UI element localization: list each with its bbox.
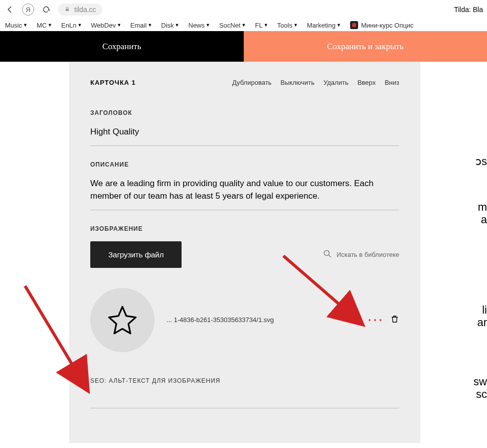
bookmark-marketing[interactable]: Marketing▼ [307,22,341,29]
side-fragment: a [481,213,487,226]
heading-input[interactable]: Hight Quality [90,125,399,146]
side-fragment: sw [473,375,487,388]
disable-link[interactable]: Выключить [280,79,314,86]
alt-text-input[interactable] [90,398,399,408]
bookmark-tools[interactable]: Tools▼ [277,22,298,29]
reload-button[interactable] [40,4,52,16]
browser-toolbar: Я tilda.cc Tilda: Bla [0,0,487,19]
svg-point-1 [324,250,329,255]
heading-label: ЗАГОЛОВОК [90,109,399,116]
up-link[interactable]: Вверх [358,79,376,86]
delete-link[interactable]: Удалить [323,79,349,86]
bookmark-email[interactable]: Email▼ [130,22,152,29]
description-label: ОПИСАНИЕ [90,161,399,168]
side-fragment: li [482,304,487,317]
file-thumbnail [90,288,154,352]
side-fragment: ɔs [475,155,487,168]
side-fragment: m [478,201,487,214]
card-header: КАРТОЧКА 1 Дублировать Выключить Удалить… [90,79,399,86]
file-name: ... 1-4836-b261-353035633734/1.svg [167,316,274,324]
bookmark-disk[interactable]: Disk▼ [161,22,179,29]
bookmark-fl[interactable]: FL▼ [255,22,268,29]
card-panel: КАРТОЧКА 1 Дублировать Выключить Удалить… [69,62,420,443]
bookmarks-bar: Music▼ MC▼ EnLn▼ WebDev▼ Email▼ Disk▼ Ne… [0,19,487,31]
bookmark-enln[interactable]: EnLn▼ [61,22,82,29]
side-fragment: sc [476,388,487,401]
bookmark-webdev[interactable]: WebDev▼ [91,22,121,29]
card-actions: Дублировать Выключить Удалить Вверх Вниз [232,79,399,86]
save-bar: Сохранить Сохранить и закрыть [0,31,487,62]
trash-icon[interactable] [390,315,399,325]
bookmark-mc[interactable]: MC▼ [37,22,52,29]
alt-text-label: SEO: АЛЬТ-ТЕКСТ ДЛЯ ИЗОБРАЖЕНИЯ [90,377,399,384]
address-bar[interactable]: tilda.cc [58,4,102,16]
url-text: tilda.cc [74,6,96,14]
more-icon[interactable]: • • • [369,316,382,324]
library-search-link[interactable]: Искать в библиотеке [322,249,399,260]
lock-icon [64,6,70,14]
image-label: ИЗОБРАЖЕНИЕ [90,225,399,232]
card-title: КАРТОЧКА 1 [90,79,136,86]
save-button[interactable]: Сохранить [0,31,244,62]
back-button[interactable] [4,4,16,16]
alt-text-section: SEO: АЛЬТ-ТЕКСТ ДЛЯ ИЗОБРАЖЕНИЯ [90,377,399,408]
bookmark-socnet[interactable]: SocNet▼ [219,22,246,29]
save-close-button[interactable]: Сохранить и закрыть [244,31,488,62]
heading-field: ЗАГОЛОВОК Hight Quality [90,109,399,146]
upload-button[interactable]: Загрузить файл [90,241,182,268]
search-icon [322,249,333,260]
svg-rect-0 [66,9,69,12]
side-fragment: ar [477,316,487,329]
uploaded-file-row: ... 1-4836-b261-353035633734/1.svg • • • [90,288,399,352]
image-field: ИЗОБРАЖЕНИЕ Загрузить файл Искать в библ… [90,225,399,352]
star-icon [106,304,138,336]
content-area: КАРТОЧКА 1 Дублировать Выключить Удалить… [0,62,487,448]
bookmark-news[interactable]: News▼ [189,22,210,29]
svg-line-2 [329,255,331,257]
tab-title: Tilda: Bla [454,6,483,14]
course-icon [350,21,358,29]
description-field: ОПИСАНИЕ We are a leading firm in provid… [90,161,399,210]
yandex-button[interactable]: Я [22,4,34,16]
bookmark-music[interactable]: Music▼ [5,22,28,29]
bookmark-course[interactable]: Мини-курс Опцис [350,21,414,29]
description-input[interactable]: We are a leading firm in providing quali… [90,177,399,210]
down-link[interactable]: Вниз [385,79,399,86]
duplicate-link[interactable]: Дублировать [232,79,271,86]
